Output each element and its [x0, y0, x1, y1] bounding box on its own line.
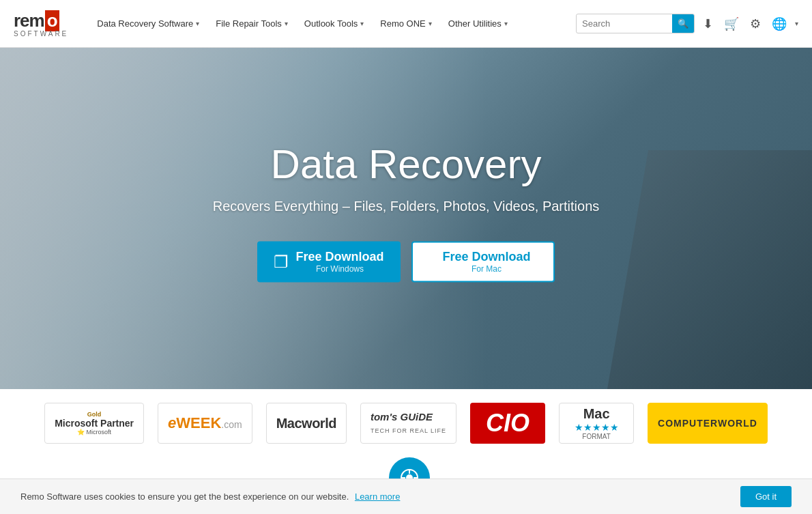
- download-mac-button[interactable]: Free Download For Mac: [411, 242, 555, 283]
- ms-name-label: Microsoft Partner: [55, 418, 134, 429]
- logo-software: SOFTWARE: [14, 30, 68, 38]
- ms-sub-label: ⭐ Microsoft: [77, 429, 111, 436]
- chevron-down-icon: ▾: [360, 20, 364, 27]
- header-right: 🔍 ⬇ 🛒 ⚙ 🌐 ▾: [576, 14, 798, 34]
- btn-mac-sub: For Mac: [442, 263, 530, 273]
- chevron-down-icon: ▾: [285, 20, 288, 27]
- partner-cio: CIO: [470, 403, 545, 444]
- nav-outlook-tools[interactable]: Outlook Tools ▾: [296, 0, 373, 48]
- hero-buttons: ❐ Free Download For Windows Free Downloa…: [167, 242, 645, 283]
- search-button[interactable]: 🔍: [672, 14, 694, 33]
- cookie-learn-more[interactable]: Learn more: [355, 491, 400, 502]
- logo-text: remo: [14, 10, 68, 31]
- cookie-banner: Remo Software uses cookies to ensure you…: [0, 479, 812, 513]
- chevron-down-icon: ▾: [504, 20, 508, 27]
- chevron-down-icon: ▾: [196, 20, 199, 27]
- globe-chevron-icon: ▾: [795, 20, 798, 27]
- hero-subtitle: Recovers Everything – Files, Folders, Ph…: [167, 199, 645, 214]
- mac-format-stars: ★★★★★: [575, 422, 619, 433]
- mac-format-label: FORMAT: [582, 433, 610, 440]
- cookie-message: Remo Software uses cookies to ensure you…: [20, 491, 727, 502]
- download-windows-button[interactable]: ❐ Free Download For Windows: [257, 242, 401, 283]
- toms-logo-bot: TECH FOR REAL LIFE: [371, 427, 446, 434]
- partner-mac-format: Mac ★★★★★ FORMAT: [559, 403, 634, 444]
- windows-icon: ❐: [274, 253, 289, 272]
- chevron-down-icon: ▾: [429, 20, 432, 27]
- hero-content: Data Recovery Recovers Everything – File…: [167, 141, 645, 283]
- macworld-logo: Macworld: [276, 416, 336, 431]
- header: remo SOFTWARE Data Recovery Software ▾ F…: [0, 0, 812, 48]
- hero-section: Data Recovery Recovers Everything – File…: [0, 48, 812, 389]
- partner-microsoft: Gold Microsoft Partner ⭐ Microsoft: [44, 403, 144, 444]
- nav-remo-one[interactable]: Remo ONE ▾: [372, 0, 439, 48]
- partner-computerworld: COMPUTERWORLD: [648, 403, 768, 444]
- download-icon[interactable]: ⬇: [700, 14, 716, 34]
- eweek-logo: eWEEK.com: [168, 414, 242, 432]
- partner-macworld: Macworld: [266, 403, 347, 444]
- logo[interactable]: remo SOFTWARE: [14, 10, 68, 38]
- mac-format-logo: Mac: [583, 406, 610, 422]
- computerworld-logo: COMPUTERWORLD: [658, 418, 757, 429]
- nav-file-repair[interactable]: File Repair Tools ▾: [207, 0, 296, 48]
- main-nav: Data Recovery Software ▾ File Repair Too…: [89, 0, 576, 48]
- toms-logo-top: tom's GUiDE: [371, 411, 433, 423]
- cio-logo: CIO: [486, 409, 530, 438]
- btn-windows-label: Free Download: [295, 251, 383, 264]
- gear-icon[interactable]: ⚙: [747, 14, 764, 34]
- globe-icon[interactable]: 🌐: [769, 14, 789, 34]
- ms-gold-label: Gold: [87, 411, 102, 418]
- search-input[interactable]: [577, 15, 672, 32]
- partner-toms-guide: tom's GUiDE TECH FOR REAL LIFE: [360, 403, 456, 444]
- btn-windows-sub: For Windows: [295, 263, 383, 273]
- btn-mac-label: Free Download: [442, 251, 530, 264]
- nav-data-recovery[interactable]: Data Recovery Software ▾: [89, 0, 207, 48]
- nav-other-utilities[interactable]: Other Utilities ▾: [440, 0, 516, 48]
- cart-icon[interactable]: 🛒: [721, 14, 742, 34]
- hero-title: Data Recovery: [167, 141, 645, 188]
- partner-eweek: eWEEK.com: [158, 403, 252, 444]
- search-box[interactable]: 🔍: [576, 14, 695, 33]
- cookie-got-it-button[interactable]: Got it: [740, 486, 792, 507]
